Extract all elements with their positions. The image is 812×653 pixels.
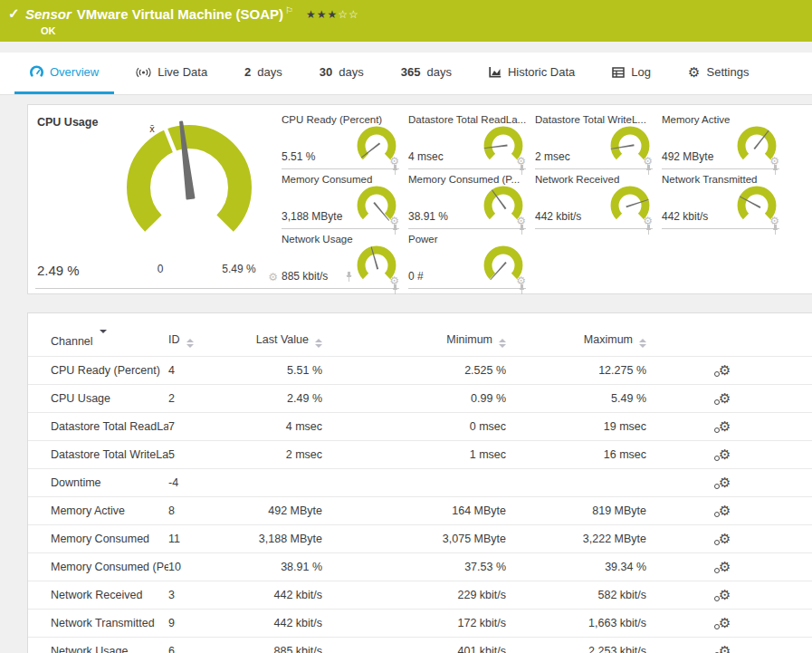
column-header-maximum[interactable]: Maximum	[506, 326, 646, 357]
column-label[interactable]: Maximum	[584, 333, 633, 346]
cell-channel[interactable]: Datastore Total ReadLate...	[28, 413, 168, 441]
channel-settings-icon[interactable]: ⚙	[719, 644, 731, 653]
channel-settings-icon[interactable]: ⚙	[719, 363, 731, 377]
table-row[interactable]: Network Received 3 442 kbit/s 229 kbit/s…	[28, 581, 812, 610]
table-row[interactable]: Datastore Total WriteLate... 5 2 msec 1 …	[28, 441, 812, 469]
cell-maximum: 5.49 %	[506, 385, 646, 413]
cell-channel[interactable]: CPU Usage	[28, 385, 168, 413]
tab-label: Log	[631, 65, 651, 79]
gauge-tile-datastore-write: Datastore Total WriteL... 2 msec ⚙	[535, 114, 653, 169]
column-header-id[interactable]: ID	[168, 326, 250, 357]
cell-minimum: 0.99 %	[322, 385, 506, 413]
sensor-title-line: SensorVMware Virtual Machine (SOAP)⚐★★★☆…	[25, 5, 359, 22]
gauge-value: 442 kbit/s	[662, 210, 708, 223]
tab-label: Settings	[707, 65, 750, 79]
sort-icon	[315, 339, 322, 348]
main-gauge-title: CPU Usage	[37, 116, 98, 129]
status-badge: OK	[41, 25, 56, 36]
flag-icon[interactable]: ⚐	[285, 5, 293, 15]
cell-maximum: 582 kbit/s	[506, 581, 646, 610]
column-header-channel[interactable]: Channel	[28, 326, 168, 357]
gauge-tile-network-transmitted: Network Transmitted 442 kbit/s ⚙	[662, 174, 779, 229]
cell-channel[interactable]: Downtime	[28, 469, 168, 497]
table-row[interactable]: Datastore Total ReadLate... 7 4 msec 0 m…	[28, 413, 812, 441]
sensor-header-bar: ✓ SensorVMware Virtual Machine (SOAP)⚐★★…	[0, 0, 812, 42]
tab-overview[interactable]: Overview	[14, 53, 114, 94]
cell-minimum: 37.53 %	[322, 553, 506, 581]
column-label[interactable]: Last Value	[256, 333, 309, 346]
cell-maximum: 39.34 %	[506, 553, 646, 581]
cell-channel[interactable]: Memory Active	[28, 497, 168, 525]
main-gauge-tile: CPU Usage x̄ 2.49 % 0 5.49 % ⚙	[35, 110, 282, 289]
cell-last-value: 38.91 %	[250, 553, 322, 581]
pin-icon[interactable]	[645, 225, 653, 235]
tab-2-days[interactable]: 2 days	[229, 53, 298, 94]
cell-last-value: 442 kbit/s	[250, 581, 322, 610]
cell-channel[interactable]: CPU Ready (Percent)	[28, 357, 168, 385]
column-header-last-value[interactable]: Last Value	[250, 326, 322, 357]
pin-icon[interactable]	[518, 284, 526, 294]
channel-settings-icon[interactable]: ⚙	[719, 532, 731, 545]
stars-empty[interactable]: ☆☆	[338, 8, 359, 21]
cell-last-value: 442 kbit/s	[250, 610, 322, 638]
cell-id: 11	[168, 525, 250, 553]
cell-channel[interactable]: Memory Consumed	[28, 525, 168, 553]
column-label[interactable]: ID	[168, 333, 180, 346]
cell-channel[interactable]: Network Transmitted	[28, 610, 168, 638]
gauges-panel: CPU Usage x̄ 2.49 % 0 5.49 % ⚙ CPU Ready…	[27, 104, 812, 294]
pin-icon[interactable]	[391, 284, 399, 294]
table-row[interactable]: Downtime -4 ⚙	[28, 469, 812, 497]
gauge-actions: ⚙	[516, 156, 526, 167]
tab-log[interactable]: Log	[597, 53, 666, 94]
cell-id: 10	[168, 553, 250, 581]
pin-icon[interactable]	[771, 225, 779, 235]
gear-icon[interactable]: ⚙	[268, 272, 278, 283]
cell-maximum	[506, 469, 646, 497]
channel-settings-icon[interactable]: ⚙	[719, 588, 731, 601]
tab-label: Overview	[50, 65, 99, 79]
tab-365-days[interactable]: 365 days	[386, 53, 467, 94]
cell-channel[interactable]: Network Received	[28, 581, 168, 610]
tab-label: Live Data	[158, 65, 207, 79]
table-row[interactable]: Memory Active 8 492 MByte 164 MByte 819 …	[28, 497, 812, 525]
chart-icon	[489, 66, 502, 78]
cell-channel[interactable]: Datastore Total WriteLate...	[28, 441, 168, 469]
gauge-tile-network-received: Network Received 442 kbit/s ⚙	[535, 174, 653, 229]
tab-number: 2	[244, 65, 251, 79]
gauge-tile-memory-consumed-percent: Memory Consumed (P... 38.91 % ⚙	[408, 174, 526, 229]
cell-id: 2	[168, 385, 250, 413]
channel-settings-icon[interactable]: ⚙	[719, 447, 731, 461]
tab-number: 30	[320, 65, 332, 79]
tab-label: Historic Data	[508, 65, 575, 79]
tab-historic-data[interactable]: Historic Data	[473, 53, 590, 94]
channel-settings-icon[interactable]: ⚙	[719, 391, 731, 405]
channel-settings-icon[interactable]: ⚙	[719, 504, 731, 517]
stars-filled[interactable]: ★★★	[306, 8, 338, 21]
table-row[interactable]: CPU Ready (Percent) 4 5.51 % 2.525 % 12.…	[28, 357, 812, 385]
table-row[interactable]: Memory Consumed 11 3,188 MByte 3,075 MBy…	[28, 525, 812, 553]
table-row[interactable]: Network Usage 6 885 kbit/s 401 kbit/s 2,…	[28, 638, 812, 653]
cell-minimum: 3,075 MByte	[322, 525, 506, 553]
cell-minimum: 164 MByte	[322, 497, 506, 525]
cell-channel[interactable]: Network Usage	[28, 638, 168, 653]
cell-id: 3	[168, 581, 250, 610]
tab-settings[interactable]: ⚙ Settings	[673, 53, 764, 94]
column-header-minimum[interactable]: Minimum	[322, 326, 506, 357]
table-row[interactable]: CPU Usage 2 2.49 % 0.99 % 5.49 % ⚙	[28, 385, 812, 413]
channel-settings-icon[interactable]: ⚙	[719, 616, 731, 629]
table-row[interactable]: Memory Consumed (Per... 10 38.91 % 37.53…	[28, 553, 812, 581]
tab-live-data[interactable]: Live Data	[120, 53, 223, 94]
channel-settings-icon[interactable]: ⚙	[719, 475, 731, 489]
cell-id: -4	[168, 469, 250, 497]
cell-maximum: 1,663 kbit/s	[506, 610, 646, 638]
priority-stars[interactable]: ★★★☆☆	[306, 8, 359, 21]
column-label[interactable]: Minimum	[446, 333, 492, 346]
table-row[interactable]: Network Transmitted 9 442 kbit/s 172 kbi…	[28, 610, 812, 638]
channel-settings-icon[interactable]: ⚙	[719, 560, 731, 573]
cell-channel[interactable]: Memory Consumed (Per...	[28, 553, 168, 581]
tab-30-days[interactable]: 30 days	[304, 53, 379, 94]
table-header-row: Channel ID Last Value Minimum Maximum	[28, 326, 812, 357]
channel-settings-icon[interactable]: ⚙	[719, 419, 731, 433]
column-label[interactable]: Channel	[51, 335, 93, 348]
cell-minimum: 2.525 %	[322, 357, 506, 385]
